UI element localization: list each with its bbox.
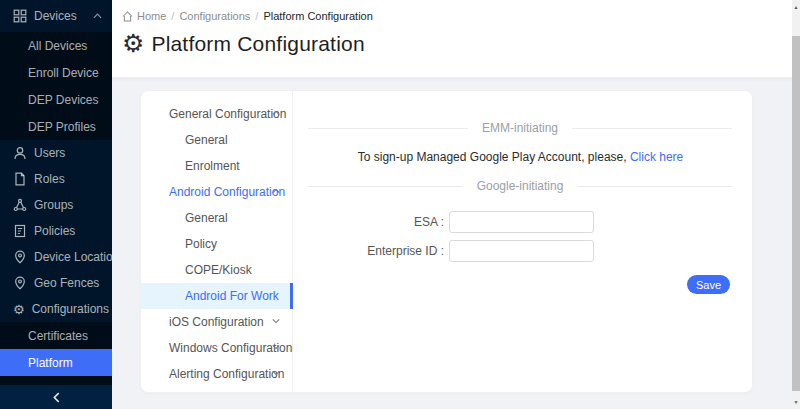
title-row: ⚙ Platform Configuration	[122, 31, 365, 56]
user-icon	[13, 146, 27, 160]
sidebar-item-devices[interactable]: Devices	[0, 0, 112, 32]
menu-item-label: General	[185, 133, 228, 147]
menu-android-configuration[interactable]: Android Configuration	[141, 179, 292, 205]
breadcrumb-separator: /	[255, 10, 258, 22]
sidebar: Devices All Devices Enroll Device DEP De…	[0, 0, 112, 409]
menu-item-label: Enrolment	[185, 159, 240, 173]
divider-label: Google-initiating	[463, 179, 578, 193]
breadcrumb-current: Platform Configuration	[263, 10, 372, 22]
breadcrumb: Home / Configurations / Platform Configu…	[122, 10, 373, 22]
sidebar-item-label: Groups	[34, 198, 73, 212]
chevron-up-icon	[272, 188, 280, 194]
signup-sentence: To sign-up Managed Google Play Account, …	[358, 150, 627, 164]
save-button[interactable]: Save	[687, 275, 730, 294]
breadcrumb-home[interactable]: Home	[137, 10, 166, 22]
esa-label: ESA :	[293, 211, 444, 233]
sidebar-item-users[interactable]: Users	[0, 140, 112, 166]
menu-general-configuration[interactable]: General Configuration	[141, 101, 292, 127]
sidebar-devices-submenu: All Devices Enroll Device DEP Devices DE…	[0, 32, 112, 140]
sidebar-item-label: Configurations	[32, 302, 109, 316]
menu-general-configuration-general[interactable]: General	[141, 127, 292, 153]
sidebar-item-configurations[interactable]: ⚙ Configurations	[0, 296, 112, 322]
menu-item-label: General	[185, 211, 228, 225]
sidebar-item-all-devices[interactable]: All Devices	[0, 32, 112, 59]
chevron-up-icon	[93, 13, 102, 19]
sidebar-item-label: All Devices	[28, 39, 87, 53]
scrollbar-down-arrow[interactable]: ▼	[792, 396, 800, 408]
scrollbar-up-arrow[interactable]: ▲	[792, 1, 800, 13]
menu-item-label: Policy	[185, 237, 217, 251]
menu-alerting-configuration[interactable]: Alerting Configuration	[141, 361, 292, 387]
enterprise-id-form-row: Enterprise ID :	[293, 240, 752, 262]
sidebar-item-label: DEP Devices	[28, 93, 98, 107]
page-title: Platform Configuration	[151, 32, 364, 56]
menu-android-policy[interactable]: Policy	[141, 231, 292, 257]
esa-form-row: ESA :	[293, 211, 752, 233]
sidebar-item-label: Users	[34, 146, 65, 160]
menu-android-cope-kiosk[interactable]: COPE/Kiosk	[141, 257, 292, 283]
menu-item-label: iOS Configuration	[169, 315, 264, 329]
sidebar-collapse-trigger[interactable]	[0, 385, 112, 409]
sidebar-item-device-location[interactable]: Device Location	[0, 244, 112, 270]
breadcrumb-configurations[interactable]: Configurations	[179, 10, 250, 22]
signup-text: To sign-up Managed Google Play Account, …	[293, 150, 748, 164]
sidebar-item-label: Certificates	[28, 329, 88, 343]
nodes-icon	[13, 198, 27, 212]
gear-icon: ⚙	[13, 303, 25, 316]
config-menu: General Configuration General Enrolment …	[141, 91, 293, 392]
android-for-work-panel: EMM-initiating To sign-up Managed Google…	[293, 91, 752, 392]
sidebar-item-label: Roles	[34, 172, 65, 186]
enterprise-id-input[interactable]	[449, 240, 594, 262]
gear-icon: ⚙	[122, 31, 144, 56]
pin-icon	[13, 276, 27, 290]
sidebar-item-certificates[interactable]: Certificates	[0, 322, 112, 349]
google-initiating-divider: Google-initiating	[308, 178, 732, 194]
sidebar-item-label: Policies	[34, 224, 75, 238]
sidebar-item-policies[interactable]: Policies	[0, 218, 112, 244]
menu-item-label: General Configuration	[169, 107, 286, 121]
chevron-down-icon	[272, 318, 280, 324]
sidebar-item-label: DEP Profiles	[28, 120, 96, 134]
enterprise-id-label: Enterprise ID :	[293, 240, 444, 262]
sidebar-item-label: Devices	[34, 9, 77, 23]
chevron-up-icon	[272, 110, 280, 116]
sidebar-item-dep-devices[interactable]: DEP Devices	[0, 86, 112, 113]
sidebar-item-label: Enroll Device	[28, 66, 99, 80]
scrollbar-thumb[interactable]	[792, 36, 800, 391]
home-icon	[122, 11, 133, 22]
sidebar-item-enroll-device[interactable]: Enroll Device	[0, 59, 112, 86]
sidebar-item-label: Platform	[28, 356, 73, 370]
sidebar-item-roles[interactable]: Roles	[0, 166, 112, 192]
sidebar-item-geo-fences[interactable]: Geo Fences	[0, 270, 112, 296]
chevron-down-icon	[272, 344, 280, 350]
breadcrumb-separator: /	[171, 10, 174, 22]
esa-input[interactable]	[449, 211, 594, 233]
vertical-scrollbar: ▲ ▼	[792, 0, 800, 409]
emm-initiating-divider: EMM-initiating	[308, 120, 732, 136]
sidebar-item-label: Device Location	[34, 250, 119, 264]
grid-icon	[13, 9, 27, 23]
menu-ios-configuration[interactable]: iOS Configuration	[141, 309, 292, 335]
chevron-down-icon	[272, 370, 280, 376]
menu-android-general[interactable]: General	[141, 205, 292, 231]
sidebar-item-label: Geo Fences	[34, 276, 99, 290]
file-icon	[13, 172, 27, 186]
menu-item-label: Alerting Configuration	[169, 367, 284, 381]
sidebar-configurations-submenu: Certificates Platform	[0, 322, 112, 386]
menu-general-configuration-enrolment[interactable]: Enrolment	[141, 153, 292, 179]
audit-icon	[13, 224, 27, 238]
configuration-card: General Configuration General Enrolment …	[140, 90, 753, 393]
page-header: Home / Configurations / Platform Configu…	[112, 0, 800, 78]
sidebar-item-groups[interactable]: Groups	[0, 192, 112, 218]
pin-icon	[13, 250, 27, 264]
menu-windows-configuration[interactable]: Windows Configuration	[141, 335, 292, 361]
menu-item-label: Android For Work	[185, 289, 279, 303]
click-here-link[interactable]: Click here	[630, 150, 683, 164]
main-area: Home / Configurations / Platform Configu…	[112, 0, 800, 409]
sidebar-item-platform[interactable]: Platform	[0, 349, 112, 376]
divider-label: EMM-initiating	[468, 121, 572, 135]
menu-android-for-work[interactable]: Android For Work	[141, 283, 292, 309]
menu-item-label: Android Configuration	[169, 185, 285, 199]
menu-item-label: COPE/Kiosk	[185, 263, 252, 277]
sidebar-item-dep-profiles[interactable]: DEP Profiles	[0, 113, 112, 140]
